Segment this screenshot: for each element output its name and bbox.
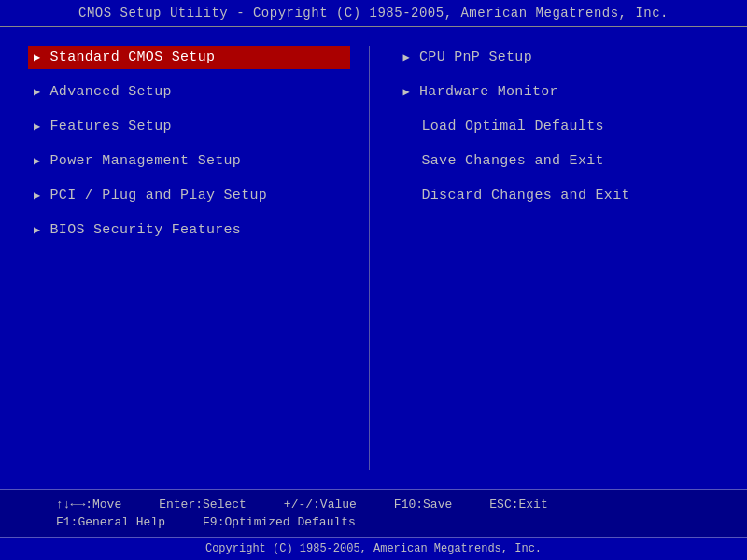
bios-screen: CMOS Setup Utility - Copyright (C) 1985-… [0, 0, 747, 560]
menu-item-label: BIOS Security Features [50, 222, 242, 238]
arrow-icon: ▶ [34, 154, 41, 168]
right-column: ▶CPU PnP Setup▶Hardware MonitorLoad Opti… [369, 46, 720, 470]
status-row-1: ↑↓←→:MoveEnter:Select+/-/:ValueF10:SaveE… [56, 497, 691, 511]
menu-item-save-exit[interactable]: Save Changes and Exit [416, 149, 720, 173]
menu-item-label: Advanced Setup [50, 84, 172, 100]
menu-item-pci-plug[interactable]: ▶PCI / Plug and Play Setup [28, 184, 350, 207]
menu-item-load-optimal[interactable]: Load Optimal Defaults [416, 115, 720, 138]
arrow-icon: ▶ [34, 189, 41, 203]
main-content: ▶Standard CMOS Setup▶Advanced Setup▶Feat… [0, 27, 747, 489]
status-move: ↑↓←→:Move [56, 497, 121, 511]
arrow-icon: ▶ [34, 119, 41, 133]
status-help: F1:General Help [56, 515, 165, 529]
arrow-icon: ▶ [403, 85, 411, 99]
status-esc: ESC:Exit [489, 497, 547, 511]
footer-text: Copyright (C) 1985-2005, American Megatr… [205, 542, 542, 555]
footer-bar: Copyright (C) 1985-2005, American Megatr… [0, 537, 747, 560]
menu-item-label: Standard CMOS Setup [50, 49, 216, 65]
menu-item-cpu-pnp[interactable]: ▶CPU PnP Setup [398, 46, 720, 69]
left-column: ▶Standard CMOS Setup▶Advanced Setup▶Feat… [28, 46, 369, 470]
arrow-icon: ▶ [403, 50, 411, 64]
menu-item-label: Hardware Monitor [419, 84, 558, 100]
menu-item-advanced-setup[interactable]: ▶Advanced Setup [28, 80, 350, 104]
status-optimized: F9:Optimized Defaults [203, 515, 356, 529]
arrow-icon: ▶ [34, 223, 41, 237]
arrow-icon: ▶ [34, 50, 41, 64]
menu-item-label: CPU PnP Setup [419, 49, 532, 65]
title-text: CMOS Setup Utility - Copyright (C) 1985-… [78, 6, 669, 21]
menu-item-standard-cmos[interactable]: ▶Standard CMOS Setup [28, 46, 350, 69]
menu-item-label: PCI / Plug and Play Setup [50, 188, 268, 203]
menu-item-hw-monitor[interactable]: ▶Hardware Monitor [398, 80, 720, 104]
status-value: +/-/:Value [284, 497, 357, 511]
status-enter: Enter:Select [159, 497, 247, 511]
arrow-icon: ▶ [34, 85, 41, 99]
menu-item-features-setup[interactable]: ▶Features Setup [28, 115, 350, 138]
menu-item-label: Features Setup [50, 119, 172, 134]
menu-item-label: Power Management Setup [50, 153, 242, 169]
status-save: F10:Save [394, 497, 452, 511]
status-bar: ↑↓←→:MoveEnter:Select+/-/:ValueF10:SaveE… [0, 489, 747, 537]
menu-item-discard-exit[interactable]: Discard Changes and Exit [416, 184, 720, 207]
menu-item-bios-security[interactable]: ▶BIOS Security Features [28, 218, 350, 242]
menu-item-power-mgmt[interactable]: ▶Power Management Setup [28, 149, 350, 173]
status-row-2: F1:General HelpF9:Optimized Defaults [56, 515, 691, 529]
title-bar: CMOS Setup Utility - Copyright (C) 1985-… [0, 0, 747, 27]
